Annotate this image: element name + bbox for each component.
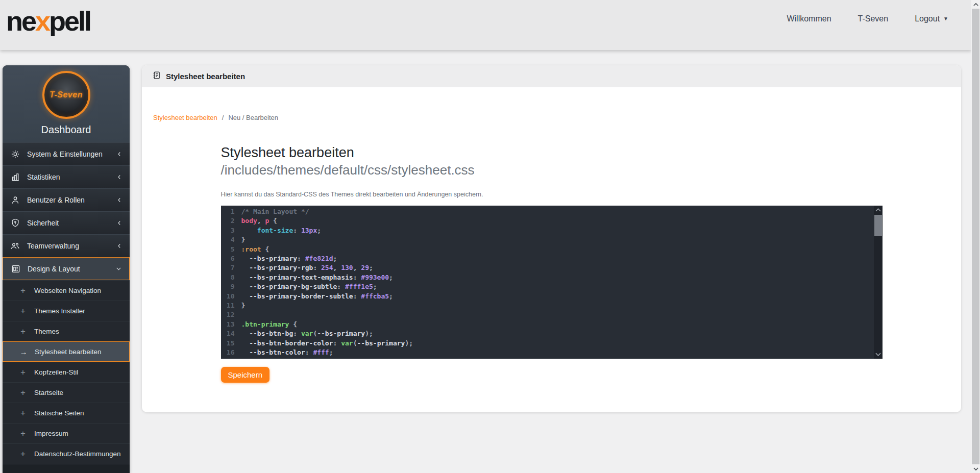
editor-scroll-down-icon[interactable] [874,350,883,359]
editor-scrollbar[interactable] [874,206,883,359]
code-line: 15 --bs-btn-border-color: var(--bs-prima… [221,339,883,348]
caret-down-icon: ▼ [943,16,948,21]
editor-scroll-up-icon[interactable] [874,206,883,214]
plus-icon: + [18,449,28,459]
chevron-left-icon [116,243,122,249]
line-number: 8 [221,273,241,282]
line-number: 15 [221,339,241,348]
sidebar-subitem-label: Startseite [34,389,63,396]
card-body: Stylesheet bearbeiten / Neu / Bearbeiten… [142,87,961,383]
breadcrumb: Stylesheet bearbeiten / Neu / Bearbeiten [153,87,950,121]
nav-item-t-seven[interactable]: T-Seven [858,14,889,23]
line-number: 4 [221,235,241,244]
plus-icon: + [18,327,28,337]
code-line: 7 --bs-primary-rgb: 254, 130, 29; [221,263,883,272]
code-line: 2body, p { [221,216,883,226]
chevron-left-icon [116,197,122,203]
nav-item-willkommen[interactable]: Willkommen [787,14,831,23]
team-icon [10,241,20,252]
sidebar-item-label: Teamverwaltung [27,242,79,250]
sidebar-subitem-label: Kopfzeilen-Stil [34,368,78,376]
page-scrollbar-thumb[interactable] [972,9,979,464]
breadcrumb-current: Neu / Bearbeiten [228,114,278,121]
sidebar-subitem-themes-installer[interactable]: +Themes Installer [3,301,130,321]
sidebar-item-teamverwaltung[interactable]: Teamverwaltung [3,234,130,257]
code-line: 14 --bs-btn-bg: var(--bs-primary); [221,329,883,338]
sidebar-item-system-einstellungen[interactable]: System & Einstellungen [3,142,130,165]
arrow-right-icon: → [18,347,29,356]
sidebar-subitem-startseite[interactable]: +Startseite [3,382,130,403]
sidebar-subitem-impressum[interactable]: +Impressum [3,423,130,443]
card-header: Stylesheet bearbeiten [142,65,961,87]
code-line: 12 [221,310,883,319]
code-line: 13.btn-primary { [221,320,883,329]
sidebar-item-label: System & Einstellungen [27,150,103,158]
sidebar-subitem-label: Impressum [34,430,68,437]
journal-text-icon [152,71,161,82]
sidebar-subitem-kopfzeilen-stil[interactable]: +Kopfzeilen-Stil [3,362,130,382]
plus-icon: + [18,306,28,316]
sidebar-subitem-label: Datenschutz-Bestimmungen [34,450,121,458]
sidebar-subitem-label: Themes Installer [34,307,85,315]
code-lines: 1/* Main Layout */2body, p {3 font-size:… [221,207,883,359]
page-scroll-down-icon[interactable] [971,464,980,473]
editor-scrollbar-thumb[interactable] [874,215,882,236]
logo-accent: x [35,6,49,36]
sidebar-subitem-label: Stylesheet bearbeiten [35,348,102,356]
sidebar-item-sicherheit[interactable]: Sicherheit [3,211,130,234]
file-path: /includes/themes/default/css/stylesheet.… [221,162,883,178]
line-number: 10 [221,292,241,301]
code-line: 9 --bs-primary-bg-subtle: #fff1e5; [221,282,883,291]
plus-icon: + [18,286,28,296]
code-editor[interactable]: 1/* Main Layout */2body, p {3 font-size:… [221,206,883,359]
code-line: 5:root { [221,245,883,254]
chevron-left-icon [116,174,122,180]
line-number: 16 [221,348,241,357]
page-scrollbar[interactable] [971,0,980,473]
sidebar-subitem-themes[interactable]: +Themes [3,321,130,341]
line-number: 1 [221,207,241,216]
sidebar-item-label: Design & Layout [28,265,80,273]
sidebar-menu: System & EinstellungenStatistikenBenutze… [3,142,130,473]
tseven-logo-text: T-Seven [50,90,83,99]
sidebar-subitem-stylesheet-bearbeiten[interactable]: →Stylesheet bearbeiten [3,341,130,362]
code-line: 4} [221,235,883,244]
sidebar-subitem-label: Statische Seiten [34,409,84,417]
sidebar-subitem-datenschutz-bestimmungen[interactable]: +Datenschutz-Bestimmungen [3,443,130,464]
breadcrumb-separator: / [222,114,224,121]
code-line: 11} [221,301,883,310]
plus-icon: + [18,408,28,418]
gear-icon [10,149,20,160]
user-icon [10,195,20,206]
sidebar: T-Seven Dashboard System & Einstellungen… [3,65,130,473]
code-line: 10 --bs-primary-border-subtle: #ffcba5; [221,292,883,301]
dashboard-title: Dashboard [3,124,130,136]
code-line: 3 font-size: 13px; [221,226,883,235]
sidebar-subitem-label: Themes [34,328,59,335]
sidebar-item-benutzer-rollen[interactable]: Benutzer & Rollen [3,188,130,211]
line-number: 6 [221,254,241,263]
breadcrumb-link[interactable]: Stylesheet bearbeiten [153,114,217,121]
line-number: 2 [221,216,241,226]
sidebar-subitem-webseiten-navigation[interactable]: +Webseiten Navigation [3,280,130,301]
tseven-logo-badge: T-Seven [42,71,90,119]
sidebar-item-statistiken[interactable]: Statistiken [3,165,130,188]
top-header: nexpell WillkommenT-SevenLogout▼ [0,0,971,50]
logo-text-1: ne [6,6,35,36]
save-button[interactable]: Speichern [221,367,270,383]
nav-item-logout[interactable]: Logout▼ [915,14,948,23]
card-header-title: Stylesheet bearbeiten [166,72,245,81]
page-scroll-up-icon[interactable] [971,0,980,9]
plus-icon: + [18,367,28,378]
chevron-left-icon [116,151,122,157]
sidebar-subitem-statische-seiten[interactable]: +Statische Seiten [3,403,130,423]
sidebar-item-label: Statistiken [27,173,60,181]
plus-icon: + [18,429,28,439]
sidebar-item-label: Sicherheit [27,219,59,227]
nexpell-logo[interactable]: nexpell [6,5,90,37]
sidebar-item-partial [3,464,130,473]
description-text: Hier kannst du das Standard-CSS des Them… [221,191,883,198]
form-section: Stylesheet bearbeiten /includes/themes/d… [221,145,883,383]
line-number: 5 [221,245,241,254]
sidebar-item-design-layout[interactable]: Design & Layout [3,257,130,280]
